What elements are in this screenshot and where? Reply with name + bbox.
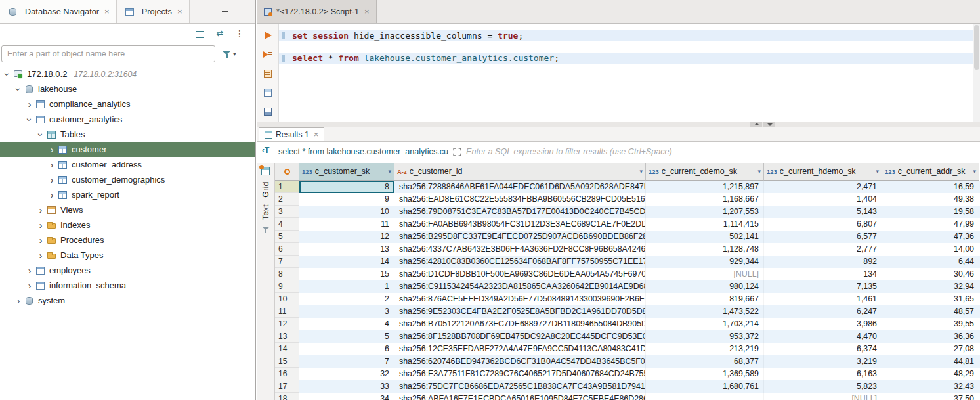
close-results-tab-icon[interactable]: × bbox=[314, 129, 319, 139]
cell[interactable]: 16,59 bbox=[882, 181, 979, 193]
cell[interactable]: 2 bbox=[299, 293, 394, 305]
cell[interactable]: sha256:EAD8E61C8C22E555834FBBA9B60556CB2… bbox=[394, 193, 646, 206]
table-row[interactable]: 157sha256:620746BED947362BCD6CF31B0A4C54… bbox=[275, 355, 980, 368]
tree-item-customer-demographics[interactable]: ›customer_demographics bbox=[0, 172, 255, 187]
tree-item-172-18-0-2[interactable]: ›172.18.0.2172.18.0.2:31604 bbox=[0, 66, 255, 81]
expand-chevron-icon[interactable]: › bbox=[13, 85, 24, 94]
column-dropdown-icon[interactable]: ▾ bbox=[388, 168, 391, 175]
tree-item-information-schema[interactable]: ›information_schema bbox=[0, 278, 255, 293]
expand-chevron-icon[interactable]: › bbox=[2, 70, 12, 79]
cell[interactable]: sha256:ABFA16E7E1ECBDCA65016E1095D84E7C5… bbox=[394, 393, 646, 400]
cell[interactable]: 213,219 bbox=[646, 343, 764, 355]
cell[interactable]: 1,215,897 bbox=[646, 181, 764, 193]
row-number[interactable]: 14 bbox=[275, 343, 299, 355]
cell[interactable]: sha256:FA0ABB6943B98054FC31D12D3E3AEC689… bbox=[394, 218, 646, 231]
tab-script-1[interactable]: *<172.18.0.2> Script-1 × bbox=[257, 0, 377, 23]
table-row[interactable]: 102sha256:876ACE5EFED349A2D56F77D5084891… bbox=[275, 293, 980, 305]
row-number[interactable]: 17 bbox=[275, 380, 299, 393]
tree-item-tables[interactable]: ›Tables bbox=[0, 127, 255, 142]
cell[interactable]: 1,461 bbox=[764, 293, 882, 305]
expand-chevron-icon[interactable]: › bbox=[36, 205, 45, 215]
cell[interactable]: 6,807 bbox=[764, 218, 882, 231]
side-tab-grid[interactable]: Grid bbox=[261, 181, 270, 198]
cell[interactable]: sha256:B295D8FC337E9E4FECD0725D907ACD6B6… bbox=[394, 231, 646, 243]
side-tab-text[interactable]: Text bbox=[261, 204, 270, 220]
cell[interactable]: 5,823 bbox=[764, 380, 882, 393]
tree-item-system[interactable]: ›system bbox=[0, 293, 255, 308]
cell[interactable] bbox=[646, 393, 764, 400]
filter-query-text[interactable]: select * from lakehouse.customer_analyti… bbox=[278, 147, 448, 156]
cell[interactable]: 47,99 bbox=[882, 218, 979, 231]
cell[interactable]: sha256:B705122120A673FC7DE6889727DB11809… bbox=[394, 318, 646, 330]
cell[interactable]: 37,50 bbox=[882, 393, 979, 400]
column-header-c_current_cdemo_sk[interactable]: 123c_current_cdemo_sk▾ bbox=[646, 163, 764, 181]
cell[interactable]: 32,43 bbox=[882, 380, 979, 393]
cell[interactable]: 49,38 bbox=[882, 193, 979, 206]
cell[interactable]: 36,36 bbox=[882, 330, 979, 343]
cell[interactable]: 1,128,748 bbox=[646, 243, 764, 256]
table-row[interactable]: 146sha256:12CE35EFDABF272A4A47E9FA9CC5D4… bbox=[275, 343, 980, 355]
cell[interactable]: 2,777 bbox=[764, 243, 882, 256]
cell[interactable]: 48,57 bbox=[882, 305, 979, 318]
cell[interactable]: 1,114,415 bbox=[646, 218, 764, 231]
cell[interactable]: 34 bbox=[299, 393, 394, 400]
cell[interactable]: 1 bbox=[299, 280, 394, 293]
cell[interactable]: sha256:620746BED947362BCD6CF31B0A4C547DD… bbox=[394, 355, 646, 368]
cell[interactable]: 3,219 bbox=[764, 355, 882, 368]
cell[interactable]: sha256:72888646ABF61FA044EDEC061D6DA5A09… bbox=[394, 181, 646, 193]
tree-item-employees[interactable]: ›employees bbox=[0, 263, 255, 278]
table-row[interactable]: 815sha256:D1CDF8DBB10F500EA9693C86DE6DEA… bbox=[275, 268, 980, 280]
column-dropdown-icon[interactable]: ▾ bbox=[876, 168, 879, 175]
cell[interactable]: 6,374 bbox=[764, 343, 882, 355]
tree-item-indexes[interactable]: ›Indexes bbox=[0, 217, 255, 233]
expand-chevron-icon[interactable]: › bbox=[25, 99, 34, 110]
cell[interactable]: 134 bbox=[764, 268, 882, 280]
cell[interactable]: 19,58 bbox=[882, 206, 979, 218]
expand-chevron-icon[interactable]: › bbox=[36, 250, 45, 261]
cell[interactable]: 27,08 bbox=[882, 343, 979, 355]
tree-item-customer[interactable]: ›customer bbox=[0, 142, 255, 157]
editor-code[interactable]: set session hide_inaccessible_columns = … bbox=[279, 24, 973, 122]
row-number[interactable]: 12 bbox=[275, 318, 299, 330]
table-row[interactable]: 1834sha256:ABFA16E7E1ECBDCA65016E1095D84… bbox=[275, 393, 980, 400]
cell[interactable]: 1,369,589 bbox=[646, 368, 764, 380]
table-row[interactable]: 1733sha256:75DC7FCB6686EDA72565C1B838CA7… bbox=[275, 380, 980, 393]
table-row[interactable]: 91sha256:C9115342454A2323DA815865CAA3260… bbox=[275, 280, 980, 293]
link-with-editor-icon[interactable] bbox=[215, 28, 225, 39]
cell[interactable]: 13 bbox=[299, 243, 394, 256]
tab-projects[interactable]: Projects× bbox=[117, 0, 190, 23]
cell[interactable]: 6,577 bbox=[764, 231, 882, 243]
cell[interactable]: 1,404 bbox=[764, 193, 882, 206]
tab-results-1[interactable]: Results 1 × bbox=[259, 127, 324, 141]
tree-item-procedures[interactable]: ›Procedures bbox=[0, 233, 255, 248]
cell[interactable]: sha256:E3A77511F81C7289C76C4065217D5D406… bbox=[394, 368, 646, 380]
filter-caret-icon[interactable]: ▾ bbox=[233, 51, 236, 57]
cell[interactable]: 1,703,214 bbox=[646, 318, 764, 330]
table-row[interactable]: 411sha256:FA0ABB6943B98054FC31D12D3E3AEC… bbox=[275, 218, 980, 231]
expand-filter-icon[interactable] bbox=[453, 148, 461, 156]
cell[interactable]: 31,65 bbox=[882, 293, 979, 305]
row-number[interactable]: 3 bbox=[275, 206, 299, 218]
row-number[interactable]: 18 bbox=[275, 393, 299, 400]
row-number[interactable]: 1 bbox=[275, 181, 299, 193]
row-number[interactable]: 5 bbox=[275, 231, 299, 243]
collapse-all-icon[interactable] bbox=[195, 28, 205, 39]
expand-chevron-icon[interactable]: › bbox=[25, 265, 34, 276]
results-splitter[interactable] bbox=[257, 122, 980, 127]
scrollbar-thumb[interactable] bbox=[974, 25, 979, 70]
row-number[interactable]: 15 bbox=[275, 355, 299, 368]
tree-item-data-types[interactable]: ›Data Types bbox=[0, 248, 255, 263]
object-search-input[interactable] bbox=[1, 45, 215, 62]
expand-chevron-icon[interactable]: › bbox=[47, 175, 56, 185]
table-row[interactable]: 512sha256:B295D8FC337E9E4FECD0725D907ACD… bbox=[275, 231, 980, 243]
cell[interactable]: 9 bbox=[299, 193, 394, 206]
table-row[interactable]: 135sha256:8F1528BB708DF69EB475DC92A8C20E… bbox=[275, 330, 980, 343]
cell[interactable]: 7,135 bbox=[764, 280, 882, 293]
column-header-c_customer_sk[interactable]: 123c_customer_sk▾ bbox=[299, 163, 394, 181]
cell[interactable]: 892 bbox=[764, 256, 882, 268]
close-tab-icon[interactable]: × bbox=[104, 7, 110, 16]
table-row[interactable]: 310sha256:79D08751C3EA7C83BA57D177E00413… bbox=[275, 206, 980, 218]
cell[interactable]: 15 bbox=[299, 268, 394, 280]
cell[interactable]: 3,986 bbox=[764, 318, 882, 330]
cell[interactable]: 2,471 bbox=[764, 181, 882, 193]
